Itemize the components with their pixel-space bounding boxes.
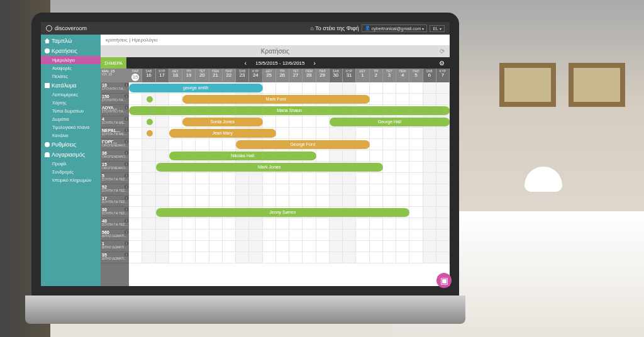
sidebar-item-payment-history[interactable]: Ιστορικό πληρωμών	[41, 176, 101, 184]
sidebar-item-reports[interactable]: Αναφορές	[41, 64, 101, 72]
day-header: ΤΡΙ2	[370, 69, 383, 82]
room-cell[interactable]: ΛΟΥΛ...ΣΤΟΥΝΤΙΟ ΓΙΑ...i	[101, 105, 129, 116]
info-icon[interactable]: i	[125, 151, 128, 155]
booking-bar[interactable]: Mark Jonas	[156, 163, 383, 172]
info-icon[interactable]: i	[125, 106, 128, 109]
room-cell[interactable]: 40ΣΟΥΙΤΑ ΓΙΑ ΤΕΣ...i	[101, 218, 129, 229]
calendar-row[interactable]: George Ford	[129, 139, 450, 150]
info-icon[interactable]: i	[125, 162, 128, 166]
user-email-button[interactable]: 👤 cybertronical@gmail.com ▾	[362, 25, 428, 32]
refresh-icon[interactable]: ⟳	[440, 48, 445, 55]
app-window: discoveroom ⌂ Το στέκι της Φιφή 👤 cybert…	[41, 22, 450, 286]
room-cell[interactable]: 17ΣΟΥΙΤΑ ΓΙΑ ΤΕΣ...i	[101, 196, 129, 207]
day-header: ΚΥΡ31	[343, 69, 356, 82]
calendar-row[interactable]: george smith	[129, 82, 450, 94]
sidebar-item-bookings[interactable]: Κρατήσεις	[41, 46, 101, 56]
home-icon	[45, 38, 50, 43]
calendar-row[interactable]	[129, 196, 450, 207]
calendar-row[interactable]: Mark Ford	[129, 94, 450, 105]
room-cell[interactable]: 4ΣΟΥΙΤΑ ΓΙΑ ΜΕ...i	[101, 116, 129, 128]
room-cell[interactable]: NEPAL...ΣΟΥΙΤΑ ΓΙΑ ΜΕ...i	[101, 128, 129, 139]
info-icon[interactable]: i	[125, 174, 128, 177]
calendar-row[interactable]	[129, 173, 450, 184]
lang-button[interactable]: EL ▾	[430, 25, 445, 32]
info-icon[interactable]: i	[125, 128, 128, 132]
booking-bar[interactable]	[147, 119, 153, 125]
sidebar-item-rooms[interactable]: Δωμάτια	[41, 115, 101, 123]
sidebar-item-account[interactable]: Λογαριασμός	[41, 150, 101, 160]
booking-bar[interactable]: George Hall	[330, 118, 450, 126]
day-header: ΚΥΡ17	[156, 69, 169, 82]
day-header: ΠΕΜ28	[303, 69, 316, 82]
sidebar-item-property[interactable]: Κατάλυμα	[41, 80, 101, 91]
room-cell[interactable]: 150ΣΤΟΥΝΤΙΟ ΓΙΑ...i	[101, 94, 129, 105]
calendar-row[interactable]	[129, 241, 450, 252]
sidebar-item-subscriptions[interactable]: Συνδρομές	[41, 168, 101, 176]
today-button[interactable]: ΣΗΜΕΡΑ	[101, 57, 126, 69]
day-header: ΔΕΥ18	[169, 69, 182, 82]
calendar-grid[interactable]: ΠΑΡ15ΣΑΒ16ΚΥΡ17ΔΕΥ18ΤΡΙ19ΤΕΤ20ΠΕΜ21ΠΑΡ22…	[129, 69, 450, 286]
room-cell[interactable]: 15ΟΙΚΟΓΕΝΕΙΑΚΟ...i	[101, 162, 129, 173]
info-icon[interactable]: i	[125, 196, 128, 200]
room-cell[interactable]: 52ΣΟΥΙΤΑ ΓΙΑ ΤΕΣ...i	[101, 184, 129, 196]
calendar-row[interactable]: Sonia JonesGeorge Hall	[129, 116, 450, 128]
next-button[interactable]: ›	[311, 60, 318, 67]
sidebar-item-rateplans[interactable]: Τιμολογιακά πλάνα	[41, 123, 101, 131]
property-link[interactable]: ⌂ Το στέκι της Φιφή	[310, 25, 358, 31]
room-cell[interactable]: ΓΟΡΓ...ΟΙΚΟΓΕΝΕΙΑΚΟ...i	[101, 139, 129, 150]
calendar-row[interactable]	[129, 184, 450, 196]
day-header: ΚΥΡ24	[249, 69, 262, 82]
room-cell[interactable]: 10ΣΤΟΥΝΤΙΟ ΓΙΑ...i	[101, 82, 129, 94]
page-title: Κρατήσεις ⟳	[101, 45, 450, 57]
booking-bar[interactable]	[147, 130, 153, 136]
info-icon[interactable]: i	[125, 140, 128, 143]
sidebar-item-channels[interactable]: Κανάλια	[41, 131, 101, 140]
room-cell[interactable]: 36ΟΙΚΟΓΕΝΕΙΑΚΟ...i	[101, 150, 129, 162]
booking-bar[interactable]: Mark Ford	[182, 95, 370, 104]
calendar-row[interactable]: Maria Shaun	[129, 105, 450, 116]
booking-bar[interactable]: george smith	[129, 84, 263, 92]
calendar-row[interactable]: Jenny Sørren	[129, 207, 450, 218]
prev-button[interactable]: ‹	[242, 60, 249, 67]
info-icon[interactable]: i	[125, 219, 128, 223]
room-cell[interactable]: 560ΔΙΠΛΟ ΔΩΜΑΤΙ...i	[101, 229, 129, 241]
info-icon[interactable]: i	[125, 253, 128, 257]
room-cell[interactable]: 1ΔΙΠΛΟ ΔΩΜΑΤΙ...i	[101, 241, 129, 252]
sidebar-item-dashboard[interactable]: Ταμπλώ	[41, 36, 101, 46]
booking-bar[interactable]: Nikolas Hall	[169, 152, 316, 160]
fab-camera-button[interactable]: ▣	[436, 273, 450, 286]
booking-bar[interactable]: Sonia Jones	[182, 118, 263, 126]
room-cell[interactable]: 30ΣΟΥΙΤΑ ΓΙΑ ΤΕΣ...i	[101, 207, 129, 218]
sidebar-item-map[interactable]: Χάρτης	[41, 99, 101, 107]
date-range[interactable]: 15/5/2015 - 12/6/2015	[255, 60, 304, 66]
info-icon[interactable]: i	[125, 83, 128, 87]
info-icon[interactable]: i	[125, 230, 128, 234]
calendar-row[interactable]: Nikolas Hall	[129, 150, 450, 162]
sidebar-item-details[interactable]: Λεπτομέρειες	[41, 91, 101, 99]
info-icon[interactable]: i	[125, 94, 128, 98]
booking-bar[interactable]: Jenny Sørren	[156, 208, 410, 217]
booking-bar[interactable]: Maria Shaun	[129, 106, 450, 115]
info-icon[interactable]: i	[125, 185, 128, 189]
info-icon[interactable]: i	[125, 117, 128, 121]
sidebar-item-roomtypes[interactable]: Τύποι δωματίων	[41, 107, 101, 115]
sidebar-item-customers[interactable]: Πελάτες	[41, 72, 101, 80]
booking-bar[interactable]: Jean Mary	[169, 129, 276, 138]
sidebar-item-calendar[interactable]: Ημερολόγιο	[41, 56, 101, 64]
room-cell[interactable]: 5ΣΟΥΙΤΑ ΓΙΑ ΤΕΣ...i	[101, 173, 129, 184]
info-icon[interactable]: i	[125, 241, 128, 245]
sidebar-item-profile[interactable]: Προφίλ	[41, 160, 101, 168]
view-settings-icon[interactable]: ⚙	[434, 60, 450, 67]
room-cell[interactable]: 35ΔΙΠΛΟ ΔΩΜΑΤΙ...i	[101, 252, 129, 263]
calendar-row[interactable]	[129, 252, 450, 263]
brand-logo[interactable]: discoveroom	[46, 25, 87, 31]
sidebar-item-settings[interactable]: Ρυθμίσεις	[41, 140, 101, 150]
calendar-row[interactable]	[129, 229, 450, 241]
booking-bar[interactable]	[147, 96, 153, 102]
calendar-row[interactable]	[129, 218, 450, 229]
calendar-row[interactable]: Jean Mary	[129, 128, 450, 139]
booking-bar[interactable]: George Ford	[236, 140, 370, 149]
calendar-row[interactable]: Mark Jonas	[129, 162, 450, 173]
info-icon[interactable]: i	[125, 207, 128, 211]
chevron-down-icon: ▾	[440, 26, 441, 31]
